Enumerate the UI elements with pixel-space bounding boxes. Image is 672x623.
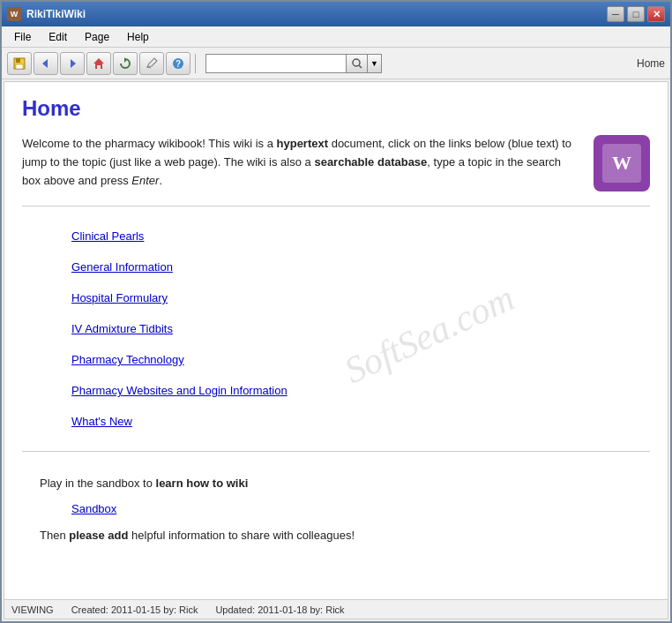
by-label-2: by: — [310, 604, 323, 615]
intro-section: Welcome to the pharmacy wikibook! This w… — [22, 135, 650, 191]
learn-how: learn how to wiki — [156, 477, 249, 490]
home-button[interactable] — [86, 52, 111, 75]
intro-hypertext: hypertext — [277, 137, 329, 150]
created-label: Created: — [71, 604, 108, 615]
edit-button[interactable] — [139, 52, 164, 75]
menu-file[interactable]: File — [7, 29, 38, 45]
svg-marker-4 — [71, 59, 76, 68]
links-section: SoftSea.com Clinical Pearls General Info… — [22, 217, 650, 440]
sandbox-para: Play in the sandbox to learn how to wiki — [40, 473, 632, 493]
refresh-button[interactable] — [113, 52, 138, 75]
search-input[interactable] — [205, 54, 347, 73]
add-text-2: helpful information to share with collea… — [128, 529, 355, 542]
info-button[interactable]: ? — [166, 52, 190, 75]
svg-rect-1 — [16, 58, 20, 63]
svg-line-7 — [147, 67, 151, 68]
forward-button[interactable] — [60, 52, 85, 75]
intro-part-1: Welcome to the pharmacy wikibook! This w… — [22, 137, 277, 150]
search-button[interactable] — [347, 54, 368, 73]
author-1: Rick — [179, 604, 198, 615]
divider-bottom — [22, 451, 650, 452]
updated-label: Updated: — [215, 604, 255, 615]
by-label-1: by: — [163, 604, 176, 615]
toolbar-home-label: Home — [637, 57, 665, 70]
wiki-app-icon: W — [594, 135, 650, 191]
please-add: please add — [69, 529, 128, 542]
app-icon: W — [7, 7, 21, 21]
intro-searchable: searchable database — [314, 155, 427, 169]
link-pharmacy-websites[interactable]: Pharmacy Websites and Login Information — [40, 375, 632, 406]
toolbar: ? ▼ Home — [2, 48, 670, 79]
intro-text: Welcome to the pharmacy wikibook! This w… — [22, 135, 579, 190]
page-content: Home Welcome to the pharmacy wikibook! T… — [4, 82, 668, 599]
updated-info: Updated: 2011-01-18 by: Rick — [215, 604, 344, 615]
menu-help[interactable]: Help — [120, 29, 156, 45]
author-2: Rick — [325, 604, 344, 615]
window-controls: ─ □ ✕ — [607, 6, 665, 22]
search-dropdown-button[interactable]: ▼ — [368, 54, 382, 73]
save-button[interactable] — [7, 52, 32, 75]
main-window: W RikiTikiWiki ─ □ ✕ File Edit Page Help — [0, 0, 672, 623]
svg-marker-6 — [124, 57, 127, 63]
svg-rect-2 — [16, 64, 23, 69]
viewing-label: VIEWING — [11, 604, 54, 615]
sandbox-text-1: Play in the sandbox to — [40, 477, 156, 490]
window-title: RikiTikiWiki — [26, 8, 86, 20]
minimize-button[interactable]: ─ — [607, 6, 624, 22]
link-pharmacy-technology[interactable]: Pharmacy Technology — [40, 344, 632, 375]
content-area: Home Welcome to the pharmacy wikibook! T… — [4, 81, 668, 619]
page-title: Home — [22, 96, 650, 121]
sandbox-link-para: Sandbox — [40, 493, 632, 524]
title-bar-left: W RikiTikiWiki — [7, 7, 86, 21]
created-date: 2011-01-15 — [111, 604, 161, 615]
add-text-1: Then — [40, 529, 69, 542]
menu-bar: File Edit Page Help — [2, 26, 670, 48]
svg-line-11 — [359, 65, 362, 68]
divider-top — [22, 206, 650, 206]
svg-text:?: ? — [175, 59, 181, 69]
created-info: Created: 2011-01-15 by: Rick — [71, 604, 198, 615]
menu-page[interactable]: Page — [78, 29, 116, 45]
menu-edit[interactable]: Edit — [41, 29, 74, 45]
svg-marker-5 — [93, 58, 104, 69]
link-hospital-formulary[interactable]: Hospital Formulary — [40, 282, 632, 313]
link-general-information[interactable]: General Information — [40, 251, 632, 282]
svg-marker-3 — [42, 59, 48, 68]
status-bar: VIEWING Created: 2011-01-15 by: Rick Upd… — [4, 599, 668, 619]
wiki-icon-letter: W — [602, 144, 641, 183]
bottom-section: Play in the sandbox to learn how to wiki… — [22, 462, 650, 556]
add-info-para: Then please add helpful information to s… — [40, 525, 632, 545]
updated-date: 2011-01-18 — [258, 604, 307, 615]
title-bar: W RikiTikiWiki ─ □ ✕ — [2, 2, 670, 26]
toolbar-separator — [195, 54, 196, 73]
link-clinical-pearls[interactable]: Clinical Pearls — [40, 221, 632, 251]
maximize-button[interactable]: □ — [627, 6, 645, 22]
back-button[interactable] — [34, 52, 58, 75]
link-whats-new[interactable]: What's New — [40, 406, 632, 437]
sandbox-link[interactable]: Sandbox — [71, 502, 116, 515]
svg-point-10 — [353, 59, 360, 66]
intro-part-4: . — [159, 174, 162, 187]
search-box: ▼ — [205, 54, 382, 73]
intro-enter: Enter — [131, 174, 159, 187]
close-button[interactable]: ✕ — [647, 6, 665, 22]
link-iv-admixture[interactable]: IV Admixture Tidbits — [40, 313, 632, 344]
